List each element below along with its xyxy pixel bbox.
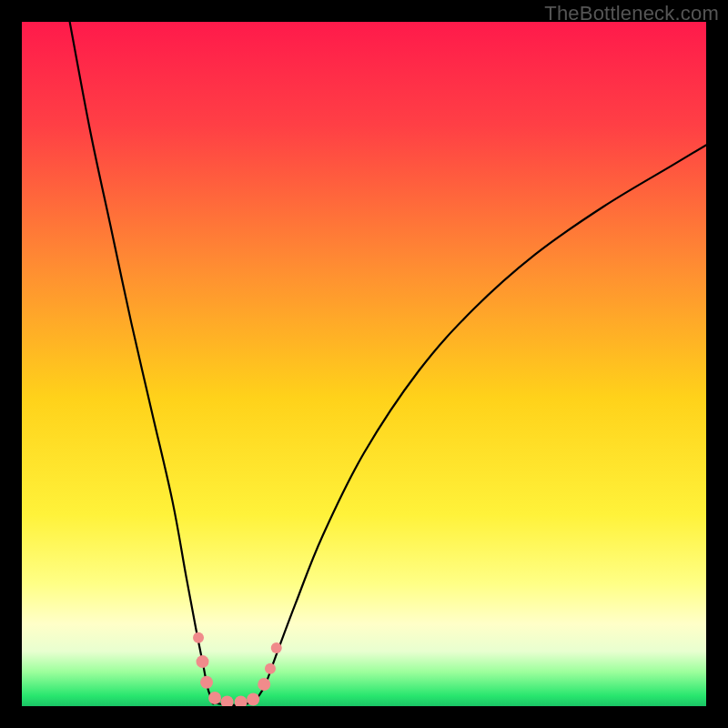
marker-dot — [200, 676, 213, 689]
bottleneck-curve-chart — [22, 22, 706, 706]
marker-dot — [193, 632, 204, 643]
marker-dot — [258, 678, 270, 691]
chart-frame — [22, 22, 706, 706]
marker-dot — [247, 693, 259, 705]
marker-dot — [265, 663, 276, 674]
marker-dot — [197, 655, 209, 668]
marker-dot — [208, 692, 221, 704]
gradient-background — [22, 22, 706, 706]
marker-dot — [271, 642, 282, 653]
